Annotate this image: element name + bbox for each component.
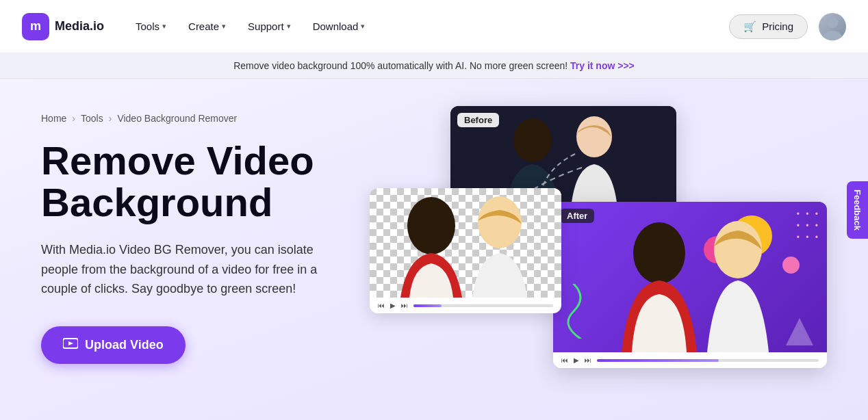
hero-title: Remove Video Background (41, 140, 370, 224)
after-progress-bar[interactable] (597, 359, 819, 362)
chevron-down-icon: ▾ (287, 22, 291, 31)
transparent-video-controls[interactable]: ⏮ ▶ ⏭ (370, 298, 561, 313)
navbar: m Media.io Tools ▾ Create ▾ Support ▾ Do… (0, 0, 868, 53)
nav-tools-label: Tools (136, 21, 159, 32)
avatar-image (819, 13, 846, 40)
trans-play-forward-icon[interactable]: ⏭ (401, 302, 408, 309)
breadcrumb-current: Video Background Remover (117, 113, 237, 124)
upload-button-label: Upload Video (85, 338, 164, 352)
hero-content: Home › Tools › Video Background Remover … (41, 106, 370, 364)
nav-create[interactable]: Create ▾ (179, 15, 235, 38)
upload-icon (63, 337, 78, 353)
svg-point-10 (714, 221, 762, 278)
pricing-button[interactable]: 🛒 Pricing (729, 14, 808, 39)
feedback-tab[interactable]: Feedback (847, 181, 868, 239)
svg-point-0 (827, 17, 838, 28)
chevron-down-icon: ▾ (361, 22, 365, 31)
video-transparent-card: ⏮ ▶ ⏭ (370, 188, 561, 313)
nav-support-label: Support (248, 21, 284, 32)
user-avatar[interactable] (819, 13, 846, 40)
nav-download[interactable]: Download ▾ (303, 15, 375, 38)
hero-section: Home › Tools › Video Background Remover … (0, 79, 868, 420)
svg-point-16 (407, 197, 455, 254)
svg-marker-3 (68, 341, 73, 345)
breadcrumb-tools[interactable]: Tools (81, 113, 103, 124)
breadcrumb-sep-2: › (109, 113, 112, 124)
transparent-thumbnail (370, 188, 561, 298)
promo-banner: Remove video background 100% automatical… (0, 53, 868, 79)
upload-video-button[interactable]: Upload Video (41, 326, 186, 364)
logo-text: Media.io (55, 19, 104, 34)
svg-rect-15 (370, 188, 561, 298)
breadcrumb-sep-1: › (72, 113, 75, 124)
nav-links: Tools ▾ Create ▾ Support ▾ Download ▾ (126, 15, 374, 38)
hero-description: With Media.io Video BG Remover, you can … (41, 240, 335, 299)
hero-title-line2: Background (41, 180, 272, 224)
breadcrumb-home[interactable]: Home (41, 113, 66, 124)
banner-link[interactable]: Try it now >>> (570, 60, 635, 71)
after-label: After (560, 209, 594, 223)
hero-title-line1: Remove Video (41, 138, 314, 183)
svg-point-17 (478, 196, 522, 248)
logo-icon: m (22, 13, 49, 40)
svg-point-9 (633, 222, 685, 284)
after-video-controls[interactable]: ⏮ ▶ ⏭ (553, 352, 827, 368)
hero-visual: Before ⏮ ▶ ⏭ • • •• • •• • • (370, 106, 827, 420)
breadcrumb: Home › Tools › Video Background Remover (41, 113, 370, 124)
after-progress-fill (597, 359, 719, 362)
logo[interactable]: m Media.io (22, 13, 104, 40)
nav-support[interactable]: Support ▾ (238, 15, 301, 38)
nav-tools[interactable]: Tools ▾ (126, 15, 176, 38)
svg-point-7 (576, 116, 612, 157)
chevron-down-icon: ▾ (222, 22, 226, 31)
after-play-icon[interactable]: ▶ (574, 356, 579, 364)
after-play-forward-icon[interactable]: ⏭ (585, 356, 591, 364)
video-after-card: • • •• • •• • • (553, 202, 827, 368)
after-play-back-icon[interactable]: ⏮ (561, 356, 568, 364)
before-label: Before (457, 113, 499, 127)
svg-point-1 (823, 31, 842, 40)
trans-progress-fill (413, 304, 442, 307)
nav-create-label: Create (188, 21, 219, 32)
nav-download-label: Download (313, 21, 359, 32)
after-thumbnail: • • •• • •• • • (553, 202, 827, 352)
chevron-down-icon: ▾ (162, 22, 166, 31)
trans-play-back-icon[interactable]: ⏮ (378, 302, 385, 309)
svg-point-6 (513, 118, 552, 162)
trans-play-icon[interactable]: ▶ (390, 302, 396, 309)
after-colorful-bg: • • •• • •• • • (553, 202, 827, 352)
cart-icon: 🛒 (743, 21, 756, 33)
banner-text: Remove video background 100% automatical… (233, 60, 567, 71)
trans-progress-bar[interactable] (413, 304, 553, 307)
pricing-label: Pricing (762, 21, 793, 32)
